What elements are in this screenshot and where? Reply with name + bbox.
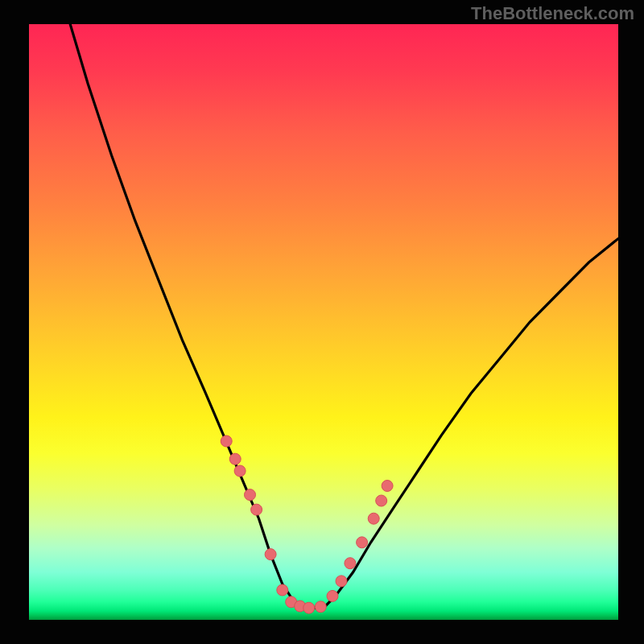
curve-marker <box>221 436 232 447</box>
bottleneck-curve <box>70 24 618 608</box>
curve-marker <box>336 576 347 587</box>
chart-plot-area <box>29 24 618 620</box>
curve-marker <box>245 489 256 501</box>
curve-marker <box>277 584 288 596</box>
curve-marker <box>234 465 246 477</box>
curve-marker <box>229 453 241 464</box>
curve-marker <box>357 537 368 548</box>
curve-marker <box>345 558 356 569</box>
curve-markers <box>221 436 393 613</box>
curve-marker <box>327 590 338 601</box>
curve-marker <box>251 504 262 515</box>
curve-marker <box>303 602 315 613</box>
watermark-text: TheBottleneck.com <box>471 3 634 24</box>
curve-marker <box>376 495 387 506</box>
curve-marker <box>382 481 393 492</box>
chart-svg <box>29 24 618 620</box>
curve-marker <box>315 601 326 613</box>
curve-marker <box>265 549 276 560</box>
curve-marker <box>368 513 379 524</box>
